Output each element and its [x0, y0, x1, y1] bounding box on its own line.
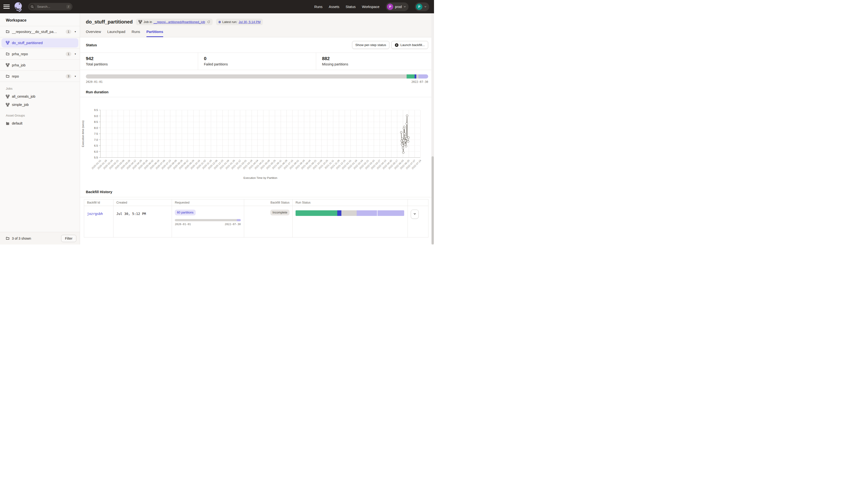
sidebar-title: Workspace: [0, 13, 80, 26]
search-input[interactable]: Search... /: [28, 3, 72, 10]
row-expand-button[interactable]: [411, 209, 419, 219]
job-icon: [6, 103, 9, 107]
stat-total-partitions: 942Total partitions: [80, 53, 198, 70]
backfill-history-heading: Backfill History: [80, 184, 434, 197]
run-status-bar[interactable]: [296, 210, 404, 216]
sidebar-item-do-stuff-partitioned[interactable]: do_stuff_partitioned: [0, 37, 80, 48]
requested-range-start: 2020-01-01: [175, 223, 191, 226]
bar-segment: [416, 74, 419, 78]
run-status-dot: [218, 21, 221, 23]
nav-link-status[interactable]: Status: [346, 5, 356, 9]
main-scrollbar[interactable]: [431, 13, 434, 244]
sidebar-job-all-cereals-job[interactable]: all_cereals_job: [0, 92, 80, 101]
job-location-badge: Job in __reposi...artitioned@partitioned…: [136, 19, 212, 25]
deployment-avatar: P: [387, 4, 393, 10]
bar-segment: [377, 210, 404, 216]
caret-down-icon[interactable]: ▾: [75, 75, 76, 77]
jobs-section: Jobs all_cereals_jobsimple_job: [0, 87, 80, 109]
job-icon: [138, 20, 142, 24]
bar-segment: [407, 74, 414, 78]
requested-range-end: 2022-07-30: [225, 223, 241, 226]
user-avatar: P: [416, 4, 422, 10]
job-icon: [6, 41, 9, 44]
nav-link-assets[interactable]: Assets: [329, 5, 339, 9]
search-shortcut-badge: /: [66, 5, 70, 9]
sidebar-footer: 3 of 3 shown Filter: [0, 232, 80, 244]
sidebar-item-prha-repo[interactable]: prha_repo1▾: [0, 48, 80, 60]
latest-run-link[interactable]: Jul 30, 5:14 PM: [239, 20, 260, 24]
svg-text:6.5: 6.5: [94, 144, 98, 147]
col-backfill-status: Backfill Status: [244, 199, 293, 206]
stat-missing-partitions: 882Missing partitions: [316, 53, 434, 70]
dagster-logo-icon[interactable]: [13, 1, 23, 12]
folder-icon: [6, 52, 9, 56]
chevron-down-icon: [424, 5, 427, 8]
job-icon: [6, 95, 9, 98]
svg-text:9.0: 9.0: [94, 115, 98, 118]
nav-links: RunsAssetsStatusWorkspace: [314, 5, 379, 9]
backfill-status-badge: Incomplete: [270, 209, 289, 216]
folder-icon: [6, 236, 9, 240]
backfill-id-link[interactable]: jozrgsbh: [87, 206, 110, 216]
bar-segment: [237, 219, 241, 221]
sidebar-item-repo[interactable]: repo3▾: [0, 71, 80, 82]
bar-segment: [175, 219, 237, 221]
latest-run-badge: Latest run: Jul 30, 5:14 PM: [216, 19, 263, 25]
bar-segment: [296, 210, 337, 216]
filter-button[interactable]: Filter: [61, 235, 76, 242]
requested-partitions-badge[interactable]: 60 partitions: [175, 209, 196, 216]
partition-range-end: 2022-07-30: [411, 80, 428, 84]
sidebar-asset-group-default[interactable]: default: [0, 119, 80, 127]
repos-shown-count: 3 of 3 shown: [12, 236, 31, 240]
job-location-link[interactable]: __reposi...artitioned@partitioned_job: [153, 20, 205, 24]
nav-link-runs[interactable]: Runs: [314, 5, 322, 9]
job-badge-prefix: Job in: [144, 20, 152, 24]
bar-segment: [341, 210, 356, 216]
col-run-status: Run Status: [293, 199, 408, 206]
launch-backfill-button[interactable]: Launch backfill...: [391, 41, 428, 49]
tab-overview[interactable]: Overview: [86, 30, 101, 37]
asset-groups-section: Asset Groups default: [0, 113, 80, 127]
tab-partitions[interactable]: Partitions: [147, 30, 163, 37]
user-menu[interactable]: P: [415, 2, 429, 11]
scrollbar-thumb[interactable]: [432, 156, 434, 244]
svg-text:9.5: 9.5: [94, 108, 98, 111]
backfill-history-table: Backfill Id Created Requested Backfill S…: [84, 199, 428, 237]
bar-segment: [356, 210, 377, 216]
col-backfill-id: Backfill Id: [84, 199, 114, 206]
count-badge: 1: [66, 52, 71, 56]
run-duration-title: Run duration: [80, 84, 434, 97]
col-created: Created: [114, 199, 172, 206]
svg-text:8.5: 8.5: [94, 121, 98, 123]
bar-segment: [86, 74, 407, 78]
status-section-title: Status: [86, 43, 97, 47]
deployment-name: prod: [395, 5, 402, 9]
reload-icon[interactable]: [207, 20, 210, 24]
folder-icon: [6, 30, 9, 33]
svg-text:Execution time (secs): Execution time (secs): [82, 121, 84, 147]
folder-icon: [6, 74, 9, 78]
deployment-switcher[interactable]: P prod: [386, 2, 408, 11]
svg-text:5.5: 5.5: [94, 156, 98, 159]
workspace-list: __repository__do_stuff_partitio...1▾do_s…: [0, 26, 80, 82]
tab-runs[interactable]: Runs: [132, 30, 140, 37]
sidebar-item-prha-job[interactable]: prha_job: [0, 60, 80, 71]
plus-circle-icon: [395, 43, 399, 47]
nav-link-workspace[interactable]: Workspace: [362, 5, 379, 9]
page-title: do_stuff_partitioned: [86, 19, 133, 25]
asset-group-icon: [6, 122, 9, 125]
caret-down-icon[interactable]: ▾: [75, 53, 76, 55]
chevron-down-icon: [413, 212, 416, 217]
sidebar-item-repository-do-stuff-partitio[interactable]: __repository__do_stuff_partitio...1▾: [0, 26, 80, 37]
svg-text:7.5: 7.5: [94, 132, 98, 135]
bar-segment: [337, 210, 342, 216]
col-requested: Requested: [172, 199, 244, 206]
menu-icon[interactable]: [3, 4, 10, 10]
tab-bar: OverviewLaunchpadRunsPartitions: [80, 25, 434, 37]
show-per-step-status-button[interactable]: Show per-step status: [352, 41, 390, 49]
caret-down-icon[interactable]: ▾: [75, 30, 76, 33]
tab-launchpad[interactable]: Launchpad: [107, 30, 125, 37]
partition-status-bar[interactable]: [86, 74, 428, 78]
sidebar-job-simple-job[interactable]: simple_job: [0, 101, 80, 109]
stat-failed-partitions: 0Failed partitions: [198, 53, 316, 70]
